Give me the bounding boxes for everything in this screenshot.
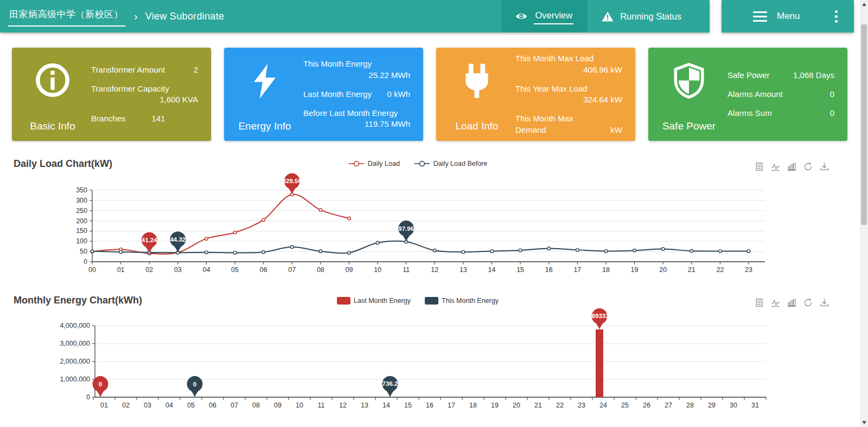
svg-text:01: 01 <box>100 402 108 409</box>
series-line-0 <box>92 194 349 254</box>
row-label: This Month Energy <box>303 59 372 69</box>
svg-text:300: 300 <box>76 197 87 204</box>
scroll-down-icon[interactable] <box>860 418 868 427</box>
svg-text:14: 14 <box>488 266 496 274</box>
svg-text:03: 03 <box>144 402 151 409</box>
card-title: Load Info <box>455 120 498 132</box>
line-marker-icon <box>348 160 365 167</box>
chart-markpoint-pin: 329.56 <box>283 173 302 195</box>
svg-text:06: 06 <box>209 402 216 409</box>
card-row: Safe Power 1,068 Days <box>727 70 834 81</box>
daily-load-legend: Daily Load Daily Load Before <box>0 160 835 167</box>
row-label: This Month Max Load <box>515 53 593 64</box>
svg-text:04: 04 <box>165 402 173 409</box>
svg-text:0: 0 <box>86 393 90 401</box>
svg-text:329.56: 329.56 <box>283 178 302 184</box>
svg-text:25: 25 <box>621 402 629 409</box>
svg-text:41.24: 41.24 <box>142 237 157 243</box>
daily-load-chart[interactable]: 0501001502002503003500001020304050607080… <box>0 172 860 279</box>
row-value: 119.75 MWh <box>365 119 410 130</box>
hamburger-menu-icon[interactable] <box>753 11 767 22</box>
svg-text:31: 31 <box>751 402 759 409</box>
header-bar: 田家炳高级中学（新校区） › View Subordinate Overview <box>0 0 710 33</box>
info-icon <box>34 62 71 99</box>
header-tabs: Overview Running Status <box>501 0 710 33</box>
org-name-link[interactable]: 田家炳高级中学（新校区） <box>8 6 125 27</box>
row-label: This Month Max Demand <box>515 113 579 135</box>
svg-text:05: 05 <box>187 402 195 409</box>
card-row: Transformer Capacity 1,600 KVA <box>91 83 198 106</box>
svg-text:13: 13 <box>459 266 467 274</box>
row-label: Alarms Sum <box>727 108 772 119</box>
svg-text:11: 11 <box>318 402 325 409</box>
row-value: 1,600 KVA <box>155 94 198 105</box>
dashboard-page: 田家炳高级中学（新校区） › View Subordinate Overview <box>0 0 868 427</box>
row-value: 0 <box>830 89 834 100</box>
svg-text:0: 0 <box>193 381 196 387</box>
kebab-menu-icon[interactable] <box>835 10 838 23</box>
tab-running-status[interactable]: Running Status <box>588 0 710 33</box>
chart-markpoint-pin: 97.96 <box>398 221 414 242</box>
line-chart-icon[interactable] <box>771 162 780 171</box>
svg-text:02: 02 <box>145 266 153 274</box>
svg-text:22: 22 <box>716 266 724 274</box>
row-label: Branches <box>91 113 125 124</box>
tab-overview-label: Overview <box>534 9 573 24</box>
card-row: Branches 141 <box>91 113 198 124</box>
svg-text:200: 200 <box>76 217 87 225</box>
chart-markpoint-pin: 41.24 <box>142 232 157 253</box>
tab-overview[interactable]: Overview <box>501 0 588 33</box>
menu-label[interactable]: Menu <box>777 11 800 22</box>
card-energy-info[interactable]: Energy Info This Month Energy 25.22 MWh … <box>224 48 423 141</box>
card-safe-power[interactable]: Safe Power Safe Power 1,068 Days Alarms … <box>648 48 847 141</box>
svg-text:04: 04 <box>202 266 210 274</box>
svg-text:2,000,000: 2,000,000 <box>60 358 90 365</box>
vertical-scrollbar[interactable] <box>860 0 868 427</box>
row-label: Safe Power <box>727 70 770 81</box>
row-value: 0 <box>830 108 834 119</box>
card-load-info[interactable]: Load Info This Month Max Load 406.96 kW … <box>436 48 635 141</box>
svg-text:18: 18 <box>469 402 477 409</box>
svg-text:21: 21 <box>534 402 542 409</box>
data-view-icon[interactable] <box>755 162 764 171</box>
svg-text:07: 07 <box>231 402 238 409</box>
svg-text:0: 0 <box>99 381 102 387</box>
svg-text:13: 13 <box>361 402 368 409</box>
bar-chart-icon[interactable] <box>787 162 796 171</box>
svg-text:29: 29 <box>708 402 716 409</box>
svg-text:22: 22 <box>556 402 564 409</box>
card-row: This Month Max Demand kW <box>515 113 622 135</box>
svg-text:16: 16 <box>545 266 553 274</box>
card-row: Alarms Sum 0 <box>727 108 834 119</box>
svg-text:28: 28 <box>686 402 694 409</box>
row-value: 25.22 MWh <box>368 70 410 81</box>
bolt-icon <box>247 62 282 101</box>
svg-text:15: 15 <box>516 266 524 274</box>
card-basic-info[interactable]: Basic Info Transformer Amount 2 Transfor… <box>12 48 211 141</box>
card-title: Basic Info <box>30 120 75 132</box>
breadcrumb-page-title: View Subordinate <box>145 11 225 22</box>
legend-item-daily-load[interactable]: Daily Load <box>348 160 400 167</box>
svg-text:19: 19 <box>631 266 639 274</box>
svg-text:44.32: 44.32 <box>170 236 186 243</box>
svg-text:350: 350 <box>76 186 87 194</box>
monthly-energy-chart[interactable]: 01,000,0002,000,0003,000,0004,000,000010… <box>0 303 860 419</box>
legend-label: Daily Load <box>368 160 400 167</box>
scroll-up-icon[interactable] <box>860 0 868 9</box>
svg-text:07: 07 <box>288 266 296 274</box>
legend-item-daily-load-before[interactable]: Daily Load Before <box>414 160 487 167</box>
svg-text:18: 18 <box>602 266 610 274</box>
download-icon[interactable] <box>820 162 829 171</box>
svg-text:20: 20 <box>513 402 520 409</box>
svg-text:250: 250 <box>76 207 87 215</box>
svg-text:03: 03 <box>174 266 182 274</box>
svg-text:23: 23 <box>578 402 585 409</box>
svg-text:21: 21 <box>688 266 695 274</box>
card-row: This Month Max Load 406.96 kW <box>515 53 622 75</box>
row-value: 2 <box>194 64 198 75</box>
chevron-right-icon: › <box>134 10 138 23</box>
svg-text:20: 20 <box>659 266 667 274</box>
scrollbar-thumb[interactable] <box>861 24 867 225</box>
svg-text:26: 26 <box>643 402 650 409</box>
refresh-icon[interactable] <box>803 162 813 171</box>
